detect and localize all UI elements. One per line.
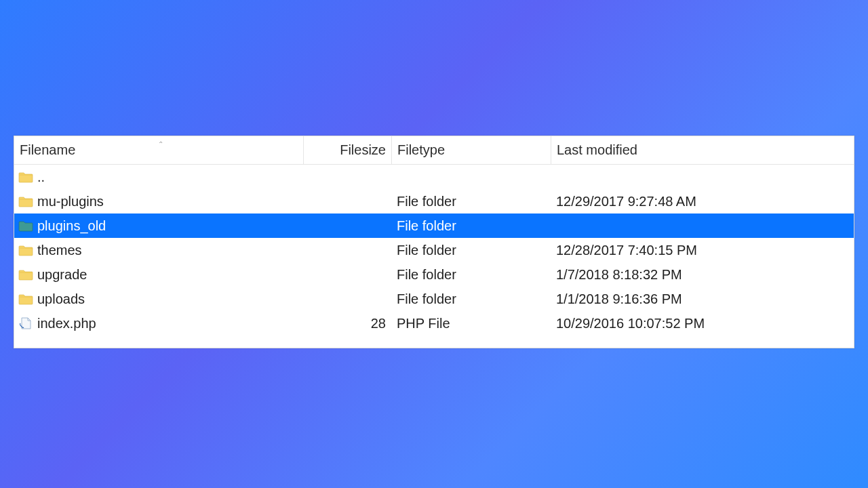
folder-icon xyxy=(18,268,33,281)
cell-filename: plugins_old xyxy=(18,218,303,234)
column-header-filetype-label: Filetype xyxy=(397,142,445,158)
cell-filesize: 28 xyxy=(303,316,391,331)
cell-last-modified: 1/7/2018 8:18:32 PM xyxy=(551,267,854,283)
table-row[interactable]: upgradeFile folder1/7/2018 8:18:32 PM xyxy=(14,262,854,287)
filename-text: upgrade xyxy=(37,267,87,283)
cell-filename: .. xyxy=(18,169,303,185)
filename-text: themes xyxy=(37,243,82,258)
cell-filename: uploads xyxy=(18,291,303,307)
cell-filetype: File folder xyxy=(391,243,551,258)
filename-text: uploads xyxy=(37,291,85,307)
table-row[interactable]: plugins_oldFile folder xyxy=(14,214,854,238)
file-rows-container: .. mu-pluginsFile folder12/29/2017 9:27:… xyxy=(14,165,854,348)
filename-text: index.php xyxy=(37,316,96,331)
column-header-last-modified-label: Last modified xyxy=(557,142,637,158)
cell-last-modified: 12/28/2017 7:40:15 PM xyxy=(551,243,854,258)
column-header-filesize[interactable]: Filesize xyxy=(303,136,391,164)
sort-ascending-icon: ⌃ xyxy=(158,140,163,148)
folder-icon xyxy=(18,293,33,305)
column-header-filesize-label: Filesize xyxy=(340,142,386,158)
column-header-filename[interactable]: Filename ⌃ xyxy=(18,142,303,158)
folder-icon xyxy=(18,171,33,183)
cell-filetype: PHP File xyxy=(391,316,551,331)
file-list-panel: Filename ⌃ Filesize Filetype Last modifi… xyxy=(14,136,854,348)
cell-last-modified: 12/29/2017 9:27:48 AM xyxy=(551,194,854,209)
cell-filename: themes xyxy=(18,243,303,258)
filename-text: plugins_old xyxy=(37,218,106,234)
cell-filename: mu-plugins xyxy=(18,194,303,209)
column-header-last-modified[interactable]: Last modified xyxy=(551,136,854,164)
cell-filetype: File folder xyxy=(391,194,551,209)
cell-filename: index.php xyxy=(18,316,303,331)
column-header-filetype[interactable]: Filetype xyxy=(391,136,551,164)
cell-last-modified: 10/29/2016 10:07:52 PM xyxy=(551,316,854,331)
filename-text: .. xyxy=(37,169,45,185)
column-header-filename-label: Filename xyxy=(20,142,75,157)
filename-text: mu-plugins xyxy=(37,194,104,209)
table-row[interactable]: mu-pluginsFile folder12/29/2017 9:27:48 … xyxy=(14,189,854,214)
folder-icon xyxy=(18,195,33,207)
cell-filetype: File folder xyxy=(391,218,551,234)
table-row[interactable]: .. xyxy=(14,165,854,189)
cell-filetype: File folder xyxy=(391,267,551,283)
table-row[interactable]: index.php28PHP File10/29/2016 10:07:52 P… xyxy=(14,311,854,336)
cell-last-modified: 1/1/2018 9:16:36 PM xyxy=(551,291,854,307)
folder-icon xyxy=(18,244,33,256)
cell-filename: upgrade xyxy=(18,267,303,283)
cell-filetype: File folder xyxy=(391,291,551,307)
table-row[interactable]: uploadsFile folder1/1/2018 9:16:36 PM xyxy=(14,287,854,311)
table-row[interactable]: themesFile folder12/28/2017 7:40:15 PM xyxy=(14,238,854,262)
folder-icon xyxy=(18,220,33,232)
php-file-icon xyxy=(18,317,33,329)
column-header-row: Filename ⌃ Filesize Filetype Last modifi… xyxy=(14,136,854,165)
